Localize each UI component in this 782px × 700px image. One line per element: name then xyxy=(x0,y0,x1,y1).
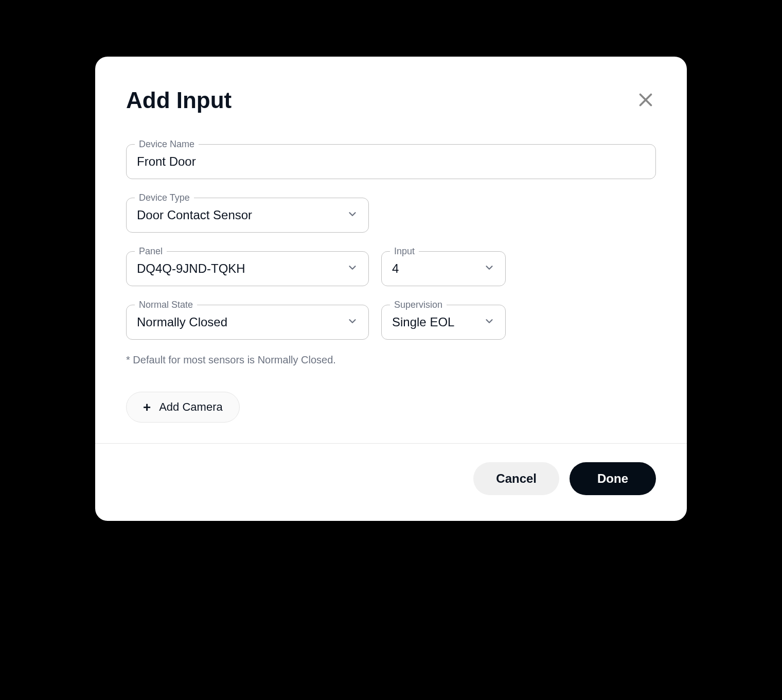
device-type-value: Door Contact Sensor xyxy=(137,208,343,222)
supervision-label: Supervision xyxy=(390,300,447,310)
device-type-label: Device Type xyxy=(135,192,194,203)
panel-field[interactable]: Panel DQ4Q-9JND-TQKH xyxy=(126,251,369,286)
add-camera-button[interactable]: + Add Camera xyxy=(126,392,240,423)
add-camera-label: Add Camera xyxy=(159,400,223,414)
normal-state-label: Normal State xyxy=(135,300,197,310)
close-button[interactable] xyxy=(635,90,656,111)
plus-icon: + xyxy=(143,400,151,414)
input-number-value: 4 xyxy=(392,261,479,276)
form-row-device-name: Device Name xyxy=(126,144,656,179)
input-number-field[interactable]: Input 4 xyxy=(381,251,506,286)
device-name-label: Device Name xyxy=(135,139,199,150)
modal-header: Add Input xyxy=(126,87,656,113)
normal-state-field[interactable]: Normal State Normally Closed xyxy=(126,305,369,340)
supervision-field[interactable]: Supervision Single EOL xyxy=(381,305,506,340)
add-input-modal: Add Input Device Name xyxy=(95,57,687,521)
device-name-input[interactable] xyxy=(137,154,645,169)
device-name-field[interactable]: Device Name xyxy=(126,144,656,179)
chevron-down-icon xyxy=(484,262,495,275)
form-row-state-supervision: Normal State Normally Closed Supervision… xyxy=(126,305,656,340)
form-row-device-type: Device Type Door Contact Sensor xyxy=(126,198,656,233)
done-button[interactable]: Done xyxy=(570,462,656,495)
modal-body: Add Input Device Name xyxy=(95,57,687,443)
helper-text: * Default for most sensors is Normally C… xyxy=(126,354,656,366)
chevron-down-icon xyxy=(347,262,358,275)
chevron-down-icon xyxy=(347,316,358,329)
panel-label: Panel xyxy=(135,246,167,257)
close-icon xyxy=(636,91,655,111)
chevron-down-icon xyxy=(347,208,358,222)
panel-value: DQ4Q-9JND-TQKH xyxy=(137,261,343,276)
cancel-button[interactable]: Cancel xyxy=(473,462,559,495)
chevron-down-icon xyxy=(484,316,495,329)
form-row-panel-input: Panel DQ4Q-9JND-TQKH Input 4 xyxy=(126,251,656,286)
input-number-label: Input xyxy=(390,246,419,257)
normal-state-value: Normally Closed xyxy=(137,315,343,329)
supervision-value: Single EOL xyxy=(392,315,479,329)
device-type-field[interactable]: Device Type Door Contact Sensor xyxy=(126,198,369,233)
modal-footer: Cancel Done xyxy=(95,443,687,521)
modal-title: Add Input xyxy=(126,87,232,113)
